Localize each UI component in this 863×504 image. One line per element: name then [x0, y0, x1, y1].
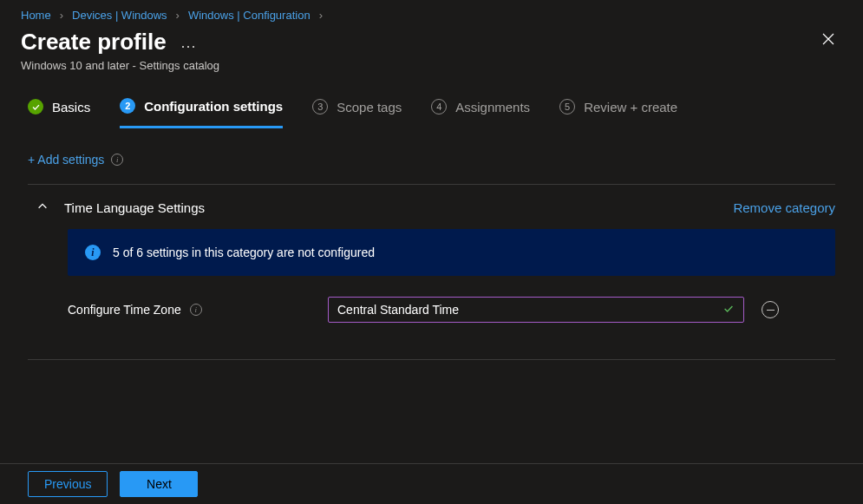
step-label: Review + create	[584, 100, 677, 115]
step-review-create[interactable]: 5 Review + create	[559, 99, 677, 127]
close-icon[interactable]	[818, 29, 839, 54]
chevron-right-icon: ›	[60, 9, 63, 22]
step-label: Configuration settings	[144, 99, 283, 114]
step-label: Basics	[52, 100, 90, 115]
setting-label: Configure Time Zone	[68, 303, 181, 317]
info-icon[interactable]: i	[190, 304, 202, 316]
check-icon	[28, 99, 43, 115]
step-number-badge: 3	[312, 99, 328, 115]
info-icon[interactable]: i	[111, 154, 123, 166]
step-label: Assignments	[455, 100, 530, 115]
info-banner: i 5 of 6 settings in this category are n…	[68, 229, 835, 276]
breadcrumb-devices[interactable]: Devices | Windows	[72, 9, 167, 22]
more-actions-icon[interactable]: ⋯	[180, 37, 196, 55]
breadcrumb-configuration[interactable]: Windows | Configuration	[188, 9, 311, 22]
wizard-steps: Basics 2 Configuration settings 3 Scope …	[0, 72, 863, 128]
info-icon: i	[85, 245, 101, 260]
divider	[28, 359, 835, 360]
chevron-right-icon: ›	[176, 9, 180, 22]
remove-setting-button[interactable]	[762, 301, 779, 318]
chevron-up-icon[interactable]	[36, 200, 49, 215]
step-label: Scope tags	[337, 100, 402, 115]
breadcrumb-home[interactable]: Home	[21, 9, 51, 22]
step-scope-tags[interactable]: 3 Scope tags	[312, 99, 402, 127]
chevron-right-icon: ›	[319, 9, 323, 22]
remove-category-link[interactable]: Remove category	[733, 200, 835, 215]
previous-button[interactable]: Previous	[28, 471, 108, 497]
page-title: Create profile	[21, 29, 167, 56]
add-settings-link[interactable]: + Add settings i	[28, 144, 123, 175]
add-settings-label: + Add settings	[28, 153, 104, 167]
step-assignments[interactable]: 4 Assignments	[431, 99, 530, 127]
step-configuration-settings[interactable]: 2 Configuration settings	[120, 98, 283, 128]
check-icon	[722, 303, 735, 317]
step-basics[interactable]: Basics	[28, 99, 90, 127]
select-value: Central Standard Time	[337, 303, 459, 317]
footer: Previous Next	[0, 463, 863, 504]
page-subtitle: Windows 10 and later - Settings catalog	[21, 59, 219, 72]
banner-text: 5 of 6 settings in this category are not…	[113, 245, 375, 259]
time-zone-select[interactable]: Central Standard Time	[328, 297, 744, 323]
step-number-badge: 2	[120, 98, 135, 114]
category-title: Time Language Settings	[64, 200, 205, 215]
step-number-badge: 5	[559, 99, 575, 115]
step-number-badge: 4	[431, 99, 447, 115]
next-button[interactable]: Next	[120, 471, 198, 497]
breadcrumb: Home › Devices | Windows › Windows | Con…	[0, 0, 863, 22]
